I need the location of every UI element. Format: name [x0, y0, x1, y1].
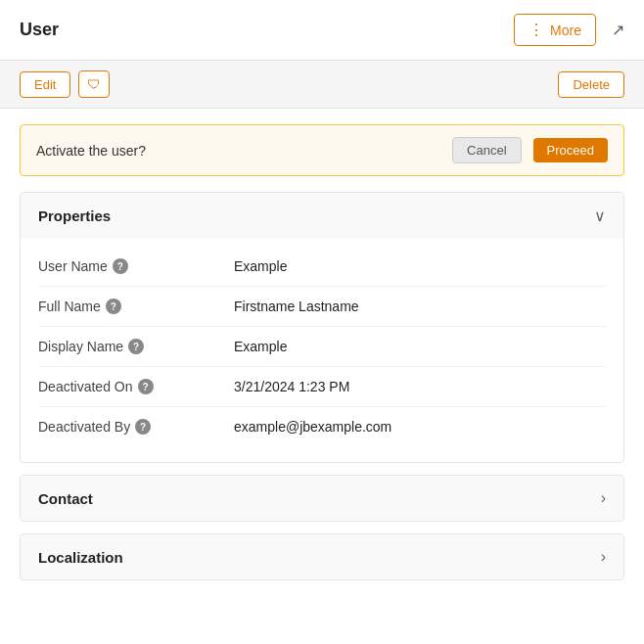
displayname-help-icon[interactable]: ?: [128, 339, 144, 354]
prop-label-displayname: Display Name ?: [38, 339, 234, 354]
prop-row-deactivated-on: Deactivated On ? 3/21/2024 1:23 PM: [38, 367, 606, 407]
prop-value-fullname: Firstname Lastname: [234, 299, 606, 314]
toolbar-left: Edit 🛡: [20, 70, 110, 98]
localization-section-title: Localization: [38, 549, 123, 566]
prop-value-deactivated-on: 3/21/2024 1:23 PM: [234, 379, 606, 394]
deactivated-on-help-icon[interactable]: ?: [138, 379, 154, 394]
properties-section-title: Properties: [38, 207, 111, 224]
more-dots-icon: ⋮: [529, 21, 544, 39]
header-right: ⋮ More ↗: [514, 14, 624, 46]
deactivated-by-help-icon[interactable]: ?: [135, 419, 151, 435]
chevron-right-icon: ›: [601, 489, 606, 507]
prop-label-deactivated-on: Deactivated On ?: [38, 379, 234, 394]
prop-label-fullname: Full Name ?: [38, 299, 234, 314]
contact-section-title: Contact: [38, 490, 93, 507]
localization-chevron-right-icon: ›: [601, 548, 606, 566]
username-help-icon[interactable]: ?: [113, 258, 128, 274]
properties-body: User Name ? Example Full Name ? Firstnam…: [21, 239, 623, 462]
prop-value-displayname: Example: [234, 339, 606, 354]
prop-row-fullname: Full Name ? Firstname Lastname: [38, 287, 606, 327]
contact-section: Contact ›: [20, 475, 624, 522]
localization-section: Localization ›: [20, 533, 624, 580]
page-title: User: [20, 20, 59, 40]
properties-section-header[interactable]: Properties ∨: [21, 193, 623, 239]
prop-value-deactivated-by: example@jbexample.com: [234, 419, 606, 435]
cancel-button[interactable]: Cancel: [452, 137, 521, 163]
proceed-button[interactable]: Proceed: [533, 138, 608, 162]
prop-row-deactivated-by: Deactivated By ? example@jbexample.com: [38, 407, 606, 446]
prop-label-username: User Name ?: [38, 258, 234, 274]
shield-icon: 🛡: [87, 76, 101, 92]
activate-banner: Activate the user? Cancel Proceed: [20, 124, 624, 176]
more-button[interactable]: ⋮ More: [514, 14, 596, 46]
prop-value-username: Example: [234, 258, 606, 274]
shield-button[interactable]: 🛡: [78, 70, 110, 98]
prop-row-displayname: Display Name ? Example: [38, 327, 606, 367]
page-header: User ⋮ More ↗: [0, 0, 644, 61]
properties-section: Properties ∨ User Name ? Example Full Na…: [20, 192, 624, 463]
localization-section-header[interactable]: Localization ›: [21, 534, 623, 579]
prop-label-deactivated-by: Deactivated By ?: [38, 419, 234, 435]
activate-message: Activate the user?: [36, 143, 440, 159]
prop-row-username: User Name ? Example: [38, 247, 606, 287]
toolbar: Edit 🛡 Delete: [0, 61, 644, 109]
edit-button[interactable]: Edit: [20, 71, 70, 98]
delete-button[interactable]: Delete: [558, 71, 624, 98]
contact-section-header[interactable]: Contact ›: [21, 476, 623, 521]
external-link-icon[interactable]: ↗: [612, 21, 624, 39]
fullname-help-icon[interactable]: ?: [106, 299, 121, 314]
main-content: Properties ∨ User Name ? Example Full Na…: [0, 192, 644, 580]
chevron-down-icon: ∨: [594, 207, 606, 225]
more-label: More: [550, 23, 581, 38]
